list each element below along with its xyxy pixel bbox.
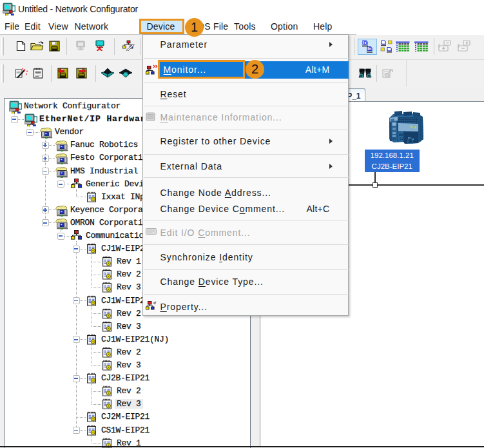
svg-text:D: D <box>363 41 367 45</box>
svg-text:D: D <box>368 46 371 51</box>
